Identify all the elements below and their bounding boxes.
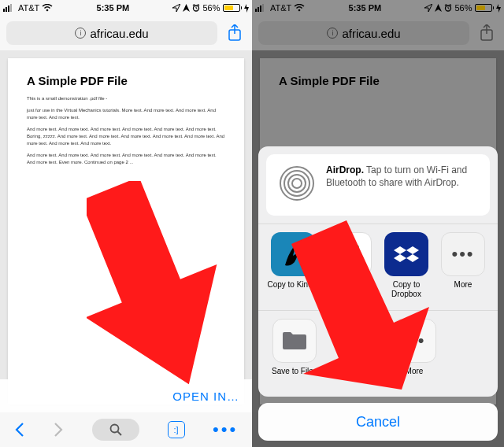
bottom-toolbar: :] ••• xyxy=(0,412,252,447)
app-label: Copy to Kindle xyxy=(267,280,318,299)
more-button[interactable]: ••• xyxy=(213,427,238,433)
action-label: LastPass xyxy=(338,367,370,386)
wifi-icon xyxy=(42,4,53,12)
svg-rect-2 xyxy=(8,6,9,12)
cancel-button[interactable]: Cancel xyxy=(258,403,498,441)
more-icon: ••• xyxy=(441,232,485,276)
airdrop-icon xyxy=(277,164,317,203)
info-icon: i xyxy=(75,28,86,39)
share-app-kindle[interactable]: Copy to Kindle xyxy=(266,232,320,299)
search-button[interactable] xyxy=(92,419,139,441)
share-action-lastpass[interactable]: LastPass xyxy=(326,319,383,386)
share-apps-row[interactable]: Copy to Kindle Copy to Evernote Copy to … xyxy=(258,224,498,310)
phone-right: AT&T 5:35 PM 56% i africau.edu A Simple … xyxy=(252,0,504,447)
pdf-viewport[interactable]: A Simple PDF File This is a small demons… xyxy=(0,50,252,412)
share-action-more[interactable]: ••• More xyxy=(386,319,443,386)
tabs-button[interactable]: :] xyxy=(168,421,185,438)
share-button[interactable] xyxy=(224,22,246,44)
app-label: Copy to Dropbox xyxy=(380,280,433,299)
pdf-title: A Simple PDF File xyxy=(27,74,225,87)
airdrop-row[interactable]: AirDrop. Tap to turn on Wi-Fi and Blueto… xyxy=(266,154,490,216)
more-icon: ••• xyxy=(392,319,436,363)
location-icon xyxy=(172,4,180,12)
svg-rect-0 xyxy=(3,9,5,12)
signal-bars-icon xyxy=(3,4,16,12)
open-in-bar: OPEN IN… xyxy=(0,379,252,412)
svg-rect-1 xyxy=(6,7,7,12)
charging-icon xyxy=(244,4,249,13)
pdf-body: This is a small demonstration .pdf file … xyxy=(27,95,225,166)
svg-point-15 xyxy=(292,179,302,188)
phone-left: AT&T 5:35 PM 56% i africau.edu A Simple … xyxy=(0,0,252,447)
share-sheet-card: AirDrop. Tap to turn on Wi-Fi and Blueto… xyxy=(258,146,498,397)
clock-label: 5:35 PM xyxy=(97,3,130,13)
app-label: Copy to Evernote xyxy=(323,280,376,299)
action-label: More xyxy=(406,367,424,386)
share-actions-row[interactable]: Save to Files LastPass ••• More xyxy=(258,311,498,397)
svg-point-18 xyxy=(280,167,313,200)
url-bar: i africau.edu xyxy=(0,16,252,50)
open-in-button[interactable]: OPEN IN… xyxy=(172,390,239,403)
alarm-icon xyxy=(192,4,200,12)
forward-button xyxy=(53,422,64,438)
airdrop-text: AirDrop. Tap to turn on Wi-Fi and Blueto… xyxy=(326,164,479,189)
svg-point-7 xyxy=(110,425,118,433)
search-icon xyxy=(109,423,122,436)
app-label: More xyxy=(454,280,472,299)
carrier-label: AT&T xyxy=(18,3,39,13)
action-label: Save to Files xyxy=(272,367,317,386)
svg-rect-3 xyxy=(10,4,12,12)
navigate-icon xyxy=(183,4,190,12)
svg-point-19 xyxy=(349,246,354,256)
back-button[interactable] xyxy=(14,422,25,438)
svg-point-16 xyxy=(288,175,306,192)
share-sheet: AirDrop. Tap to turn on Wi-Fi and Blueto… xyxy=(258,146,498,441)
folder-icon xyxy=(272,319,317,363)
battery-icon xyxy=(223,4,243,12)
battery-pct-label: 56% xyxy=(202,3,220,13)
share-icon xyxy=(228,24,242,42)
share-app-evernote[interactable]: Copy to Evernote xyxy=(323,232,376,299)
evernote-icon xyxy=(328,232,372,276)
pdf-page: A Simple PDF File This is a small demons… xyxy=(8,58,244,405)
url-field[interactable]: i africau.edu xyxy=(6,21,217,45)
dropbox-icon xyxy=(384,232,428,276)
url-text: africau.edu xyxy=(90,27,148,40)
share-action-save[interactable]: Save to Files xyxy=(266,319,323,386)
svg-point-4 xyxy=(46,9,49,12)
share-app-more[interactable]: ••• More xyxy=(436,232,490,299)
status-bar: AT&T 5:35 PM 56% xyxy=(0,0,252,16)
share-app-dropbox[interactable]: Copy to Dropbox xyxy=(380,232,433,299)
kindle-icon xyxy=(271,232,315,276)
